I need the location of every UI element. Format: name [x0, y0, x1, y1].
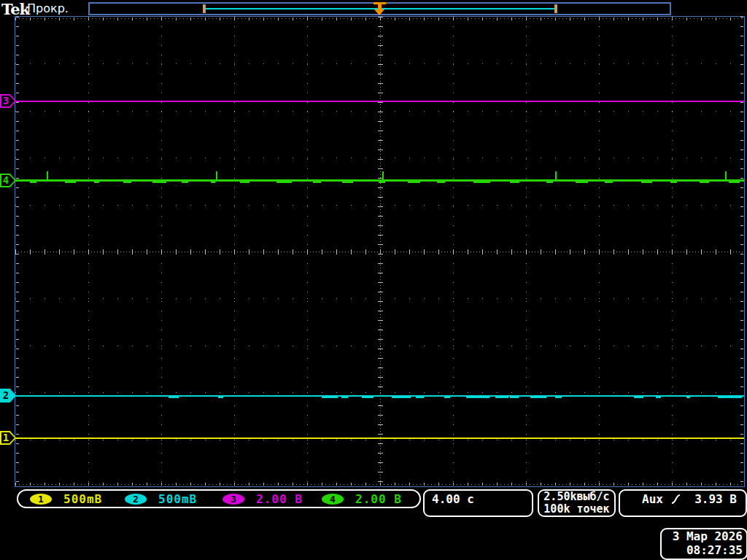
trace-ch4-noise [670, 182, 677, 183]
trace-ch4-spike [216, 171, 217, 179]
trace-ch2-noise [530, 397, 546, 398]
sample-rate-value: 2.50kвыб/с [539, 491, 614, 503]
trace-ch2-noise [362, 397, 374, 398]
datetime-box: 3 Мар 2026 08:27:35 [660, 528, 747, 560]
trace-ch4-noise [342, 182, 353, 183]
trace-ch4-noise [123, 182, 131, 183]
trace-ch4-noise [240, 182, 249, 183]
timebase-value: 4.00 c [432, 492, 474, 506]
channel-badge-ch1: 1 [30, 494, 52, 505]
trace-ch4-noise [379, 182, 385, 183]
trace-ch4-noise [605, 182, 613, 183]
right-edge-ticks [740, 17, 743, 486]
channel-readout-ch4[interactable]: 42.00 B [322, 493, 402, 505]
channel-marker-ch1[interactable]: 1 [0, 431, 16, 445]
trace-ch4-noise [700, 182, 709, 183]
record-window-right-bracket [554, 4, 557, 13]
channel-badge-ch4: 4 [322, 494, 344, 505]
channel-marker-ch2[interactable]: 2 [0, 389, 16, 402]
trace-ch2-noise [218, 397, 223, 398]
trace-ch4-noise [65, 182, 76, 183]
trace-ch4-noise [152, 182, 166, 183]
trace-ch4-noise [641, 182, 652, 183]
trace-ch2-noise [718, 397, 742, 398]
center-horizontal-axis-ticks [15, 249, 744, 254]
rising-edge-icon [670, 494, 681, 505]
trace-ch2-noise [169, 397, 179, 398]
trace-ch2-noise [444, 397, 450, 398]
top-edge-dots [15, 18, 744, 19]
channel-scale-ch4: 2.00 B [355, 492, 402, 506]
graticule [15, 16, 745, 487]
trigger-position-arrow-icon [374, 9, 384, 15]
trace-ch4-noise [30, 182, 36, 183]
channel-badge-ch3: 3 [222, 494, 244, 505]
trace-ch4-noise [576, 182, 588, 183]
trace-ch2-noise [510, 397, 519, 398]
channel-scale-ch1: 500mB [63, 492, 102, 506]
trace-ch4-noise [729, 182, 740, 183]
trigger-source-label: Aux [642, 492, 663, 506]
channel-marker-number: 2 [0, 389, 12, 402]
channel-readout-ch3[interactable]: 32.00 B [222, 493, 303, 505]
record-window-left-bracket [203, 4, 206, 13]
bottom-edge-dots [15, 484, 744, 485]
record-length-value: 100k точек [539, 503, 614, 516]
trace-ch3 [15, 101, 744, 102]
channel-marker-ch3[interactable]: 3 [0, 94, 16, 108]
trace-ch2-noise [656, 397, 661, 398]
trace-ch2-noise [392, 397, 411, 398]
channel-readout-bar: 1500mB2500mB32.00 B42.00 B [17, 489, 421, 508]
trace-ch4-noise [408, 182, 420, 183]
trigger-readout-box[interactable]: Aux 3.93 B [619, 489, 747, 517]
trace-ch2-noise [495, 397, 508, 398]
trace-ch4-noise [313, 182, 321, 183]
oscilloscope-screen: { "header": { "logo": "Tek", "mode_label… [0, 0, 747, 560]
trace-ch4-spike [47, 171, 48, 179]
trace-ch4-noise [211, 182, 215, 183]
trace-ch1 [15, 438, 744, 439]
channel-marker-ch4[interactable]: 4 [0, 174, 16, 187]
acquisition-mode-label: Прокр. [27, 1, 69, 15]
channel-readout-ch2[interactable]: 2500mB [125, 493, 197, 505]
trace-ch2-noise [466, 397, 489, 398]
time-label: 08:27:35 [662, 543, 746, 557]
channel-readout-ch1[interactable]: 1500mB [30, 493, 102, 505]
trace-ch2-noise [686, 397, 690, 398]
trace-ch2-noise [341, 397, 348, 398]
trace-ch2-noise [322, 397, 338, 398]
channel-marker-number: 4 [0, 174, 12, 187]
trace-ch4-noise [546, 182, 553, 183]
trace-ch4-spike [555, 171, 557, 179]
trace-ch2-noise [634, 397, 643, 398]
trace-ch4-spike [725, 171, 727, 179]
timebase-readout-box[interactable]: 4.00 c [423, 489, 533, 517]
acquisition-readout-box[interactable]: 2.50kвыб/с 100k точек [538, 489, 616, 517]
trace-ch2-noise [416, 397, 424, 398]
left-edge-ticks [16, 17, 19, 486]
channel-scale-ch2: 500mB [158, 492, 197, 506]
trace-ch4-noise [182, 182, 188, 183]
date-label: 3 Мар 2026 [662, 529, 746, 543]
channel-marker-number: 3 [0, 95, 12, 107]
trigger-position-icon [378, 4, 382, 9]
trace-ch4-noise [276, 182, 292, 183]
trace-ch4-noise [473, 182, 490, 183]
trace-ch4-spike [382, 171, 384, 179]
channel-marker-number: 1 [0, 432, 12, 444]
channel-badge-ch2: 2 [125, 494, 147, 505]
trace-ch4-noise [510, 182, 519, 183]
trace-ch4-noise [94, 182, 99, 183]
trace-ch2-noise [555, 397, 562, 398]
trace-ch4-noise [437, 182, 445, 183]
channel-scale-ch3: 2.00 B [256, 492, 303, 506]
trigger-level-value: 3.93 B [694, 492, 737, 506]
